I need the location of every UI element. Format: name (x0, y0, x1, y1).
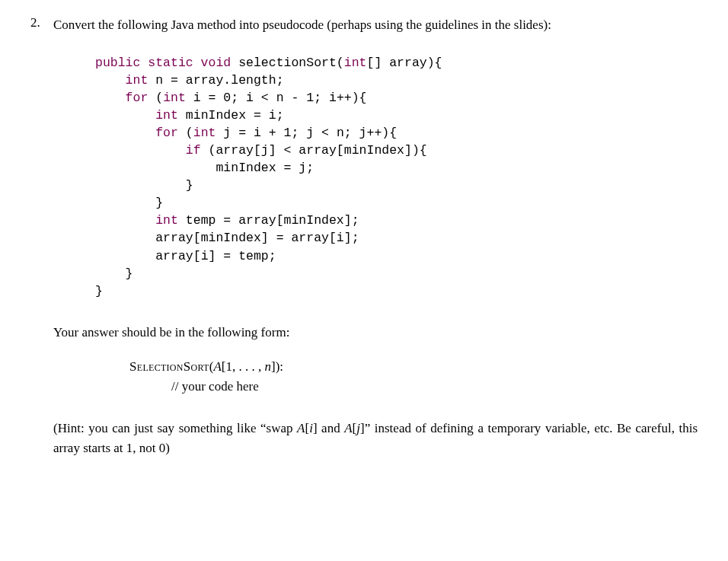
code-token: } (95, 284, 103, 298)
code-token: [] array){ (366, 56, 442, 70)
code-token: minIndex = j; (216, 161, 314, 175)
pseudo-text: [1, . . . , (222, 359, 265, 374)
code-token: ( (155, 91, 163, 105)
pseudo-name: SelectionSort (129, 359, 209, 374)
code-token: int (126, 73, 148, 88)
hint-part: and (318, 421, 345, 435)
code-token: } (155, 196, 163, 210)
code-token: public static void (95, 56, 238, 70)
code-token: ( (186, 126, 193, 140)
code-token: } (126, 266, 133, 281)
code-token: array[i] = temp; (155, 249, 276, 263)
code-token: for (126, 91, 156, 105)
instruction-text: Your answer should be in the following f… (53, 323, 698, 343)
code-token: temp = array[minIndex]; (178, 213, 359, 228)
hint-var: A (297, 421, 305, 435)
code-token: int (193, 126, 216, 140)
code-token: for (155, 126, 186, 140)
code-token: int (344, 56, 367, 70)
pseudo-body: // your code here (171, 377, 698, 397)
code-token: if (186, 143, 209, 158)
java-code: public static void selectionSort(int[] a… (95, 54, 698, 300)
code-token: i = 0; i < n - 1; i++){ (186, 91, 367, 105)
code-token: int (155, 213, 178, 228)
code-token: minIndex = i; (178, 108, 284, 123)
prompt-text: Convert the following Java method into p… (53, 15, 698, 35)
problem-container: 2. Convert the following Java method int… (30, 15, 698, 457)
code-token: int (163, 91, 186, 105)
pseudo-text: ]): (271, 359, 283, 374)
code-token: array[minIndex] = array[i]; (155, 231, 359, 245)
code-token: } (186, 178, 193, 193)
hint-text: (Hint: you can just say something like “… (53, 419, 698, 457)
problem-body: Convert the following Java method into p… (53, 15, 698, 457)
code-token: (array[j] < array[minIndex]){ (209, 143, 427, 158)
code-token: n = array.length; (148, 73, 283, 88)
code-token: selectionSort( (238, 56, 344, 70)
problem-number: 2. (30, 15, 53, 30)
pseudo-signature: SelectionSort(A[1, . . . , n]): (129, 357, 698, 377)
code-token: int (155, 108, 178, 123)
hint-var: A (344, 421, 352, 435)
pseudo-var: n (264, 359, 271, 374)
pseudo-var: A (213, 359, 221, 374)
hint-part: (Hint: you can just say something like “… (53, 421, 297, 435)
pseudocode-template: SelectionSort(A[1, . . . , n]): // your … (129, 357, 698, 396)
code-token: j = i + 1; j < n; j++){ (216, 126, 397, 140)
